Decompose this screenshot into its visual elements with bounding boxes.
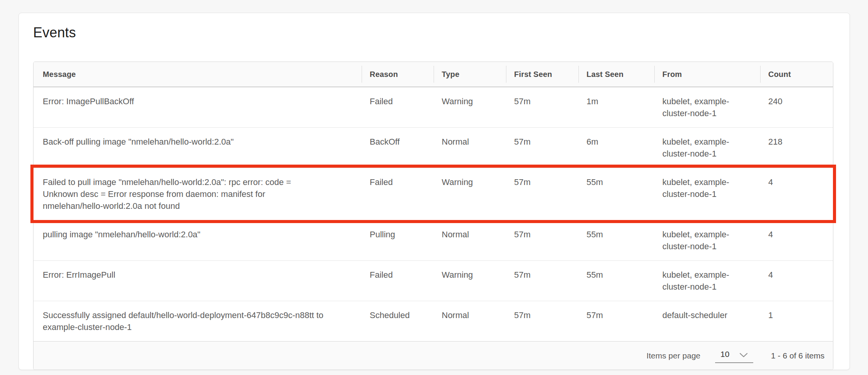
events-card: Events Message Reason Type First Seen La… (18, 13, 850, 370)
cell-message: Error: ImagePullBackOff (34, 87, 362, 115)
cell-count: 240 (761, 87, 833, 115)
table-row-highlighted: Failed to pull image "nmelehan/hello-wor… (34, 168, 833, 220)
cell-first-seen: 57m (506, 220, 579, 248)
cell-type: Warning (434, 87, 506, 115)
table-row: pulling image "nmelehan/hello-world:2.0a… (34, 220, 833, 260)
cell-type: Normal (434, 301, 506, 329)
column-header-count[interactable]: Count (761, 70, 833, 79)
cell-reason: Pulling (362, 220, 434, 248)
cell-from: kubelet, example-cluster-node-1 (655, 261, 761, 301)
column-header-reason[interactable]: Reason (362, 70, 434, 79)
cell-first-seen: 57m (506, 168, 579, 196)
cell-message: pulling image "nmelehan/hello-world:2.0a… (34, 220, 362, 248)
cell-first-seen: 57m (506, 261, 579, 289)
cell-from: kubelet, example-cluster-node-1 (655, 168, 761, 208)
table-footer: Items per page 10 1 - 6 of 6 items (34, 341, 833, 370)
cell-first-seen: 57m (506, 87, 579, 115)
cell-from: kubelet, example-cluster-node-1 (655, 128, 761, 168)
cell-last-seen: 55m (579, 261, 655, 289)
table-header: Message Reason Type First Seen Last Seen… (34, 62, 833, 87)
cell-type: Normal (434, 128, 506, 156)
items-per-page-label: Items per page (647, 351, 700, 360)
column-header-last-seen[interactable]: Last Seen (579, 70, 655, 79)
column-header-from[interactable]: From (655, 70, 761, 79)
cell-type: Warning (434, 261, 506, 289)
pagination-range: 1 - 6 of 6 items (771, 351, 824, 360)
cell-count: 4 (761, 220, 833, 248)
page-title: Events (33, 25, 850, 41)
cell-from: default-scheduler (655, 301, 761, 329)
cell-last-seen: 57m (579, 301, 655, 329)
cell-last-seen: 55m (579, 168, 655, 196)
cell-count: 4 (761, 168, 833, 196)
cell-reason: Failed (362, 168, 434, 196)
cell-message: Error: ErrImagePull (34, 261, 362, 289)
table-row: Back-off pulling image "nmelehan/hello-w… (34, 127, 833, 168)
cell-message: Successfully assigned default/hello-worl… (34, 301, 362, 341)
cell-count: 218 (761, 128, 833, 156)
items-per-page-value: 10 (721, 350, 729, 359)
cell-last-seen: 55m (579, 220, 655, 248)
table-row: Successfully assigned default/hello-worl… (34, 301, 833, 341)
cell-type: Warning (434, 168, 506, 196)
table-row: Error: ImagePullBackOff Failed Warning 5… (34, 87, 833, 127)
events-table: Message Reason Type First Seen Last Seen… (33, 62, 833, 370)
cell-count: 1 (761, 301, 833, 329)
column-header-type[interactable]: Type (434, 70, 506, 79)
table-row: Error: ErrImagePull Failed Warning 57m 5… (34, 260, 833, 301)
chevron-down-icon (739, 350, 748, 360)
cell-message: Failed to pull image "nmelehan/hello-wor… (34, 168, 362, 220)
column-header-first-seen[interactable]: First Seen (506, 70, 579, 79)
cell-reason: BackOff (362, 128, 434, 156)
cell-last-seen: 6m (579, 128, 655, 156)
cell-first-seen: 57m (506, 301, 579, 329)
cell-from: kubelet, example-cluster-node-1 (655, 87, 761, 127)
cell-first-seen: 57m (506, 128, 579, 156)
cell-reason: Scheduled (362, 301, 434, 329)
cell-type: Normal (434, 220, 506, 248)
items-per-page-select[interactable]: 10 (715, 348, 753, 363)
column-header-message[interactable]: Message (34, 70, 362, 79)
cell-from: kubelet, example-cluster-node-1 (655, 220, 761, 260)
cell-reason: Failed (362, 87, 434, 115)
cell-count: 4 (761, 261, 833, 289)
cell-message: Back-off pulling image "nmelehan/hello-w… (34, 128, 362, 156)
cell-reason: Failed (362, 261, 434, 289)
cell-last-seen: 1m (579, 87, 655, 115)
